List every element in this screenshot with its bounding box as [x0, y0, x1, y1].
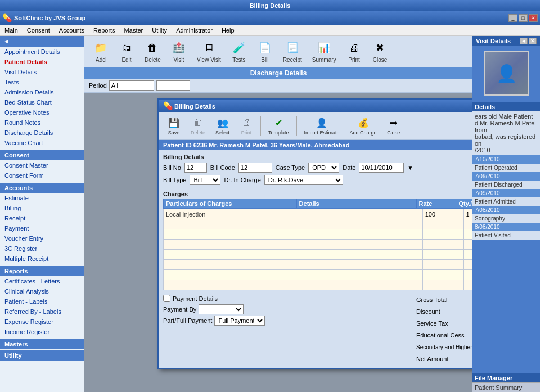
menu-accounts[interactable]: Accounts: [57, 26, 87, 34]
close-icon: ✖: [372, 40, 388, 56]
menu-help[interactable]: Help: [219, 26, 237, 34]
main-content: 📁 Add 🗂 Edit 🗑 Delete 🏥 Visit 🖥 View Vis…: [84, 36, 472, 392]
sidebar-item-certificates-letters[interactable]: Certificates - Letters: [0, 276, 84, 286]
visit-panel-prev-button[interactable]: ◄: [520, 38, 528, 44]
sidebar-item-discharge-details[interactable]: Discharge Details: [0, 128, 84, 138]
toolbar-edit-button[interactable]: 🗂 Edit: [115, 38, 138, 65]
close-button[interactable]: ✕: [529, 14, 538, 22]
table-row: [164, 229, 473, 240]
sidebar-item-clinical-analysis[interactable]: Clinical Analysis: [0, 286, 84, 296]
bill-code-input[interactable]: [238, 163, 272, 173]
maximize-button[interactable]: □: [519, 14, 528, 22]
part-full-select[interactable]: Full Payment Part Payment: [214, 316, 265, 326]
filter-period-input[interactable]: [109, 80, 154, 91]
menu-reports[interactable]: Reports: [91, 26, 118, 34]
sidebar-item-voucher-entry[interactable]: Voucher Entry: [0, 233, 84, 244]
toolbar-close-button[interactable]: ✖ Close: [368, 38, 392, 65]
sidebar-item-visit-details[interactable]: Visit Details: [0, 67, 84, 77]
visit-icon: 🏥: [171, 40, 187, 56]
sidebar-item-income-register[interactable]: Income Register: [0, 327, 84, 337]
bill-type-select[interactable]: Bill Estimate: [190, 175, 220, 185]
menu-administrator[interactable]: Administrator: [174, 26, 215, 34]
sidebar-item-referred-by-labels[interactable]: Referred By - Labels: [0, 307, 84, 317]
sidebar-nav-up[interactable]: ◄: [1, 37, 11, 46]
date-input[interactable]: [359, 163, 404, 173]
modal-add-charge-label: Add Charge: [350, 130, 377, 136]
event-date-5: 8/08/2010: [472, 223, 540, 231]
sidebar-section-masters: Masters: [0, 339, 84, 349]
menu-utility[interactable]: Utility: [150, 26, 169, 34]
sidebar-item-estimate[interactable]: Estimate: [0, 193, 84, 203]
toolbar-visit-label: Visit: [174, 57, 184, 63]
sidebar-item-bed-status-chart[interactable]: Bed Status Chart: [0, 97, 84, 107]
view-visit-icon: 🖥: [201, 40, 217, 56]
toolbar-receipt-button[interactable]: 📃 Receipt: [279, 38, 306, 65]
filter-secondary-input[interactable]: [156, 80, 190, 91]
toolbar-visit-button[interactable]: 🏥 Visit: [167, 38, 191, 65]
col-details: Details: [296, 199, 416, 209]
window-title: Billing Details: [250, 2, 291, 9]
filter-period-label: Period: [89, 82, 107, 89]
modal-print-button[interactable]: 🖨 Print: [236, 114, 257, 137]
table-row: [164, 240, 473, 250]
modal-select-icon: 👥: [216, 116, 230, 129]
modal-toolbar: 💾 Save 🗑 Delete 👥 Select 🖨 Print: [159, 112, 472, 140]
sidebar-item-consent-master[interactable]: Consent Master: [0, 160, 84, 170]
date-picker-icon[interactable]: ▼: [407, 165, 413, 171]
event-2: Patient Discharged: [472, 181, 540, 189]
dr-in-charge-select[interactable]: Dr. R.k.Dave: [264, 175, 343, 185]
sidebar-section-accounts: Accounts: [0, 183, 84, 193]
toolbar-view-visit-button[interactable]: 🖥 View Visit: [193, 38, 225, 65]
sidebar-item-vaccine-chart[interactable]: Vaccine Chart: [0, 138, 84, 148]
payment-details-checkbox[interactable]: [163, 295, 170, 302]
toolbar-bill-button[interactable]: 📄 Bill: [253, 38, 277, 65]
toolbar-close-label: Close: [373, 57, 388, 63]
sidebar-item-billing[interactable]: Billing: [0, 203, 84, 213]
menu-main[interactable]: Main: [2, 26, 20, 34]
toolbar-tests-button[interactable]: 🧪 Tests: [227, 38, 251, 65]
app-controls: _ □ ✕: [508, 14, 538, 22]
modal-select-button[interactable]: 👥 Select: [212, 114, 233, 137]
toolbar-add-button[interactable]: 📁 Add: [89, 38, 112, 65]
toolbar-tests-label: Tests: [232, 57, 245, 63]
sidebar-item-payment[interactable]: Payment: [0, 223, 84, 233]
modal-title-bar: 💊 Billing Details ✕: [159, 100, 472, 112]
sidebar-item-admission-details[interactable]: Admission Details: [0, 87, 84, 97]
modal-import-estimate-button[interactable]: 👤 Import Estimate: [300, 114, 344, 137]
edit-icon: 🗂: [119, 40, 134, 56]
modal-save-button[interactable]: 💾 Save: [163, 114, 184, 137]
sidebar-item-tests[interactable]: Tests: [0, 77, 84, 87]
toolbar-summary-button[interactable]: 📊 Summary: [308, 38, 340, 65]
event-4: Sonography: [472, 214, 540, 223]
sidebar-item-3c-register[interactable]: 3C Register: [0, 244, 84, 254]
sidebar-item-round-notes[interactable]: Round Notes: [0, 118, 84, 128]
sidebar-item-expense-register[interactable]: Expense Register: [0, 317, 84, 327]
sidebar-item-appointment-details[interactable]: Appointment Details: [0, 47, 84, 57]
service-tax-row: Service Tax %: [416, 318, 472, 328]
bill-no-input[interactable]: [184, 163, 207, 173]
patient-summary-button[interactable]: Patient Summary: [472, 382, 540, 392]
educational-cess-row: Educational Cess %: [416, 330, 472, 340]
toolbar-print-button[interactable]: 🖨 Print: [343, 38, 366, 65]
modal-add-charge-button[interactable]: 💰 Add Charge: [346, 114, 381, 137]
sidebar-item-patient-labels[interactable]: Patient - Labels: [0, 296, 84, 307]
payment-section: Payment Details Payment By Part/Full Pay…: [159, 292, 472, 368]
modal-close-toolbar-button[interactable]: ➡ Close: [383, 114, 404, 137]
visit-panel-title-bar: Visit Details ◄ ✕: [472, 36, 540, 46]
menu-master[interactable]: Master: [122, 26, 146, 34]
case-type-select[interactable]: OPD IPD: [308, 163, 339, 173]
toolbar-delete-button[interactable]: 🗑 Delete: [141, 38, 165, 65]
modal-delete-button[interactable]: 🗑 Delete: [187, 114, 209, 137]
payment-by-select[interactable]: [199, 304, 244, 314]
modal-template-button[interactable]: ✔ Template: [264, 114, 293, 137]
sidebar-item-multiple-receipt[interactable]: Multiple Receipt: [0, 254, 84, 264]
menu-consent[interactable]: Consent: [25, 26, 52, 34]
sidebar-item-receipt[interactable]: Receipt: [0, 213, 84, 223]
sidebar-item-patient-details[interactable]: Patient Details: [0, 57, 84, 67]
minimize-button[interactable]: _: [508, 14, 518, 22]
sidebar-item-consent-form[interactable]: Consent Form: [0, 170, 84, 181]
visit-panel-next-button[interactable]: ✕: [529, 38, 537, 44]
modal-add-charge-icon: 💰: [357, 116, 370, 129]
sidebar-item-operative-notes[interactable]: Operative Notes: [0, 107, 84, 118]
sidebar-section-utility: Utility: [0, 350, 84, 361]
